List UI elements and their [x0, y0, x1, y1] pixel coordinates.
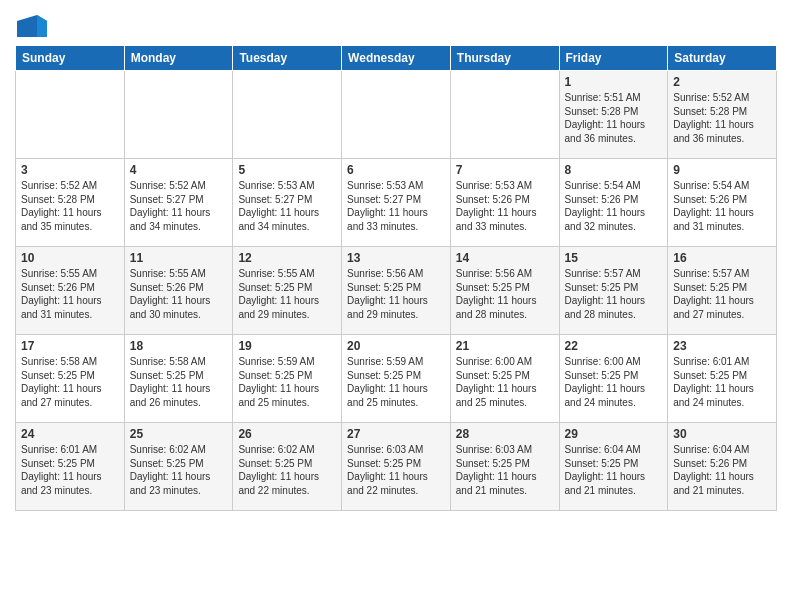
day-number: 19 — [238, 339, 336, 353]
weekday-header-monday: Monday — [124, 46, 233, 71]
day-number: 9 — [673, 163, 771, 177]
day-info: Sunrise: 5:55 AM Sunset: 5:26 PM Dayligh… — [130, 267, 228, 321]
day-cell: 10Sunrise: 5:55 AM Sunset: 5:26 PM Dayli… — [16, 247, 125, 335]
day-info: Sunrise: 5:52 AM Sunset: 5:28 PM Dayligh… — [21, 179, 119, 233]
day-info: Sunrise: 6:04 AM Sunset: 5:25 PM Dayligh… — [565, 443, 663, 497]
day-info: Sunrise: 5:57 AM Sunset: 5:25 PM Dayligh… — [673, 267, 771, 321]
day-info: Sunrise: 5:59 AM Sunset: 5:25 PM Dayligh… — [238, 355, 336, 409]
day-cell: 9Sunrise: 5:54 AM Sunset: 5:26 PM Daylig… — [668, 159, 777, 247]
day-number: 20 — [347, 339, 445, 353]
day-cell: 8Sunrise: 5:54 AM Sunset: 5:26 PM Daylig… — [559, 159, 668, 247]
calendar-table: SundayMondayTuesdayWednesdayThursdayFrid… — [15, 45, 777, 511]
day-number: 2 — [673, 75, 771, 89]
weekday-header-wednesday: Wednesday — [342, 46, 451, 71]
day-info: Sunrise: 5:53 AM Sunset: 5:27 PM Dayligh… — [347, 179, 445, 233]
day-cell: 4Sunrise: 5:52 AM Sunset: 5:27 PM Daylig… — [124, 159, 233, 247]
day-number: 29 — [565, 427, 663, 441]
week-row-4: 17Sunrise: 5:58 AM Sunset: 5:25 PM Dayli… — [16, 335, 777, 423]
day-info: Sunrise: 5:54 AM Sunset: 5:26 PM Dayligh… — [565, 179, 663, 233]
day-info: Sunrise: 6:03 AM Sunset: 5:25 PM Dayligh… — [347, 443, 445, 497]
day-number: 15 — [565, 251, 663, 265]
day-number: 21 — [456, 339, 554, 353]
weekday-header-row: SundayMondayTuesdayWednesdayThursdayFrid… — [16, 46, 777, 71]
week-row-3: 10Sunrise: 5:55 AM Sunset: 5:26 PM Dayli… — [16, 247, 777, 335]
day-cell — [124, 71, 233, 159]
day-info: Sunrise: 5:56 AM Sunset: 5:25 PM Dayligh… — [347, 267, 445, 321]
week-row-2: 3Sunrise: 5:52 AM Sunset: 5:28 PM Daylig… — [16, 159, 777, 247]
day-number: 28 — [456, 427, 554, 441]
day-cell — [16, 71, 125, 159]
day-number: 6 — [347, 163, 445, 177]
day-number: 11 — [130, 251, 228, 265]
day-number: 4 — [130, 163, 228, 177]
day-cell: 17Sunrise: 5:58 AM Sunset: 5:25 PM Dayli… — [16, 335, 125, 423]
day-cell: 29Sunrise: 6:04 AM Sunset: 5:25 PM Dayli… — [559, 423, 668, 511]
day-info: Sunrise: 5:58 AM Sunset: 5:25 PM Dayligh… — [21, 355, 119, 409]
day-info: Sunrise: 5:59 AM Sunset: 5:25 PM Dayligh… — [347, 355, 445, 409]
day-cell: 1Sunrise: 5:51 AM Sunset: 5:28 PM Daylig… — [559, 71, 668, 159]
header — [15, 10, 777, 37]
day-number: 14 — [456, 251, 554, 265]
day-cell: 15Sunrise: 5:57 AM Sunset: 5:25 PM Dayli… — [559, 247, 668, 335]
logo-text — [15, 15, 47, 37]
day-number: 22 — [565, 339, 663, 353]
day-cell — [233, 71, 342, 159]
week-row-5: 24Sunrise: 6:01 AM Sunset: 5:25 PM Dayli… — [16, 423, 777, 511]
day-cell: 24Sunrise: 6:01 AM Sunset: 5:25 PM Dayli… — [16, 423, 125, 511]
day-info: Sunrise: 5:52 AM Sunset: 5:28 PM Dayligh… — [673, 91, 771, 145]
day-cell: 16Sunrise: 5:57 AM Sunset: 5:25 PM Dayli… — [668, 247, 777, 335]
day-info: Sunrise: 6:04 AM Sunset: 5:26 PM Dayligh… — [673, 443, 771, 497]
day-info: Sunrise: 5:55 AM Sunset: 5:26 PM Dayligh… — [21, 267, 119, 321]
day-info: Sunrise: 5:53 AM Sunset: 5:26 PM Dayligh… — [456, 179, 554, 233]
day-cell: 2Sunrise: 5:52 AM Sunset: 5:28 PM Daylig… — [668, 71, 777, 159]
logo — [15, 15, 47, 37]
week-row-1: 1Sunrise: 5:51 AM Sunset: 5:28 PM Daylig… — [16, 71, 777, 159]
day-cell: 12Sunrise: 5:55 AM Sunset: 5:25 PM Dayli… — [233, 247, 342, 335]
day-number: 13 — [347, 251, 445, 265]
weekday-header-tuesday: Tuesday — [233, 46, 342, 71]
weekday-header-thursday: Thursday — [450, 46, 559, 71]
weekday-header-friday: Friday — [559, 46, 668, 71]
weekday-header-saturday: Saturday — [668, 46, 777, 71]
weekday-header-sunday: Sunday — [16, 46, 125, 71]
day-cell: 22Sunrise: 6:00 AM Sunset: 5:25 PM Dayli… — [559, 335, 668, 423]
day-info: Sunrise: 6:01 AM Sunset: 5:25 PM Dayligh… — [21, 443, 119, 497]
day-number: 27 — [347, 427, 445, 441]
day-cell: 25Sunrise: 6:02 AM Sunset: 5:25 PM Dayli… — [124, 423, 233, 511]
day-number: 26 — [238, 427, 336, 441]
day-cell: 3Sunrise: 5:52 AM Sunset: 5:28 PM Daylig… — [16, 159, 125, 247]
day-cell: 30Sunrise: 6:04 AM Sunset: 5:26 PM Dayli… — [668, 423, 777, 511]
day-number: 10 — [21, 251, 119, 265]
day-number: 8 — [565, 163, 663, 177]
day-cell: 14Sunrise: 5:56 AM Sunset: 5:25 PM Dayli… — [450, 247, 559, 335]
day-info: Sunrise: 5:54 AM Sunset: 5:26 PM Dayligh… — [673, 179, 771, 233]
day-cell: 26Sunrise: 6:02 AM Sunset: 5:25 PM Dayli… — [233, 423, 342, 511]
day-info: Sunrise: 6:02 AM Sunset: 5:25 PM Dayligh… — [130, 443, 228, 497]
day-cell: 20Sunrise: 5:59 AM Sunset: 5:25 PM Dayli… — [342, 335, 451, 423]
day-number: 16 — [673, 251, 771, 265]
logo-icon — [17, 15, 47, 37]
day-info: Sunrise: 6:03 AM Sunset: 5:25 PM Dayligh… — [456, 443, 554, 497]
day-number: 25 — [130, 427, 228, 441]
day-cell — [450, 71, 559, 159]
day-cell: 28Sunrise: 6:03 AM Sunset: 5:25 PM Dayli… — [450, 423, 559, 511]
day-number: 30 — [673, 427, 771, 441]
day-cell: 19Sunrise: 5:59 AM Sunset: 5:25 PM Dayli… — [233, 335, 342, 423]
day-number: 1 — [565, 75, 663, 89]
day-info: Sunrise: 5:56 AM Sunset: 5:25 PM Dayligh… — [456, 267, 554, 321]
day-cell: 7Sunrise: 5:53 AM Sunset: 5:26 PM Daylig… — [450, 159, 559, 247]
day-cell: 13Sunrise: 5:56 AM Sunset: 5:25 PM Dayli… — [342, 247, 451, 335]
day-info: Sunrise: 5:55 AM Sunset: 5:25 PM Dayligh… — [238, 267, 336, 321]
day-info: Sunrise: 5:52 AM Sunset: 5:27 PM Dayligh… — [130, 179, 228, 233]
day-info: Sunrise: 5:58 AM Sunset: 5:25 PM Dayligh… — [130, 355, 228, 409]
day-cell — [342, 71, 451, 159]
day-info: Sunrise: 6:00 AM Sunset: 5:25 PM Dayligh… — [456, 355, 554, 409]
day-cell: 6Sunrise: 5:53 AM Sunset: 5:27 PM Daylig… — [342, 159, 451, 247]
day-number: 23 — [673, 339, 771, 353]
day-cell: 21Sunrise: 6:00 AM Sunset: 5:25 PM Dayli… — [450, 335, 559, 423]
day-number: 18 — [130, 339, 228, 353]
day-cell: 23Sunrise: 6:01 AM Sunset: 5:25 PM Dayli… — [668, 335, 777, 423]
day-info: Sunrise: 5:57 AM Sunset: 5:25 PM Dayligh… — [565, 267, 663, 321]
day-number: 12 — [238, 251, 336, 265]
day-info: Sunrise: 5:53 AM Sunset: 5:27 PM Dayligh… — [238, 179, 336, 233]
